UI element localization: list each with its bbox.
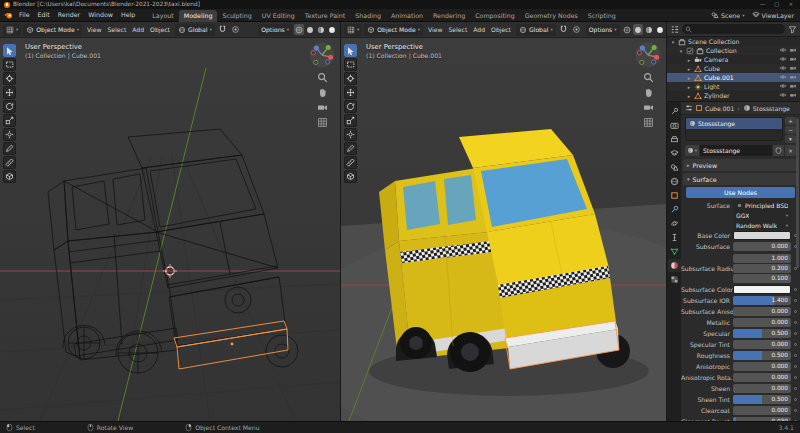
- add-slot-button[interactable]: +: [785, 117, 796, 125]
- menu-edit[interactable]: Edit: [34, 9, 54, 21]
- disable-render-icon[interactable]: [789, 64, 797, 73]
- disable-render-icon[interactable]: [789, 82, 797, 91]
- hide-eye-icon[interactable]: [779, 46, 787, 55]
- decorator-dot[interactable]: [791, 343, 799, 346]
- value-slider[interactable]: 0.500: [733, 329, 791, 338]
- transform-orientation[interactable]: Global▾: [516, 24, 556, 36]
- value-slider[interactable]: 0.000: [733, 384, 791, 393]
- expander-icon[interactable]: ▸: [686, 84, 692, 90]
- shading-rendered-icon[interactable]: [655, 24, 665, 35]
- value-slider[interactable]: 0.000: [733, 362, 791, 371]
- tool-cursor[interactable]: [3, 72, 16, 85]
- decorator-dot[interactable]: [791, 376, 799, 379]
- viewport-menu-view[interactable]: View: [425, 24, 445, 36]
- unlink-material-button[interactable]: ×: [785, 145, 796, 156]
- value-slider[interactable]: 0.500: [733, 351, 791, 360]
- blender-icon[interactable]: [4, 11, 13, 20]
- outliner-editor-icon[interactable]: [670, 25, 679, 34]
- tool-move[interactable]: [3, 86, 16, 99]
- workspace-tab-compositing[interactable]: Compositing: [470, 10, 519, 22]
- viewport-menu-view[interactable]: View: [84, 24, 104, 36]
- camera-view-icon[interactable]: [317, 102, 328, 113]
- properties-editor-icon[interactable]: [685, 104, 693, 112]
- decorator-dot[interactable]: [791, 321, 799, 324]
- decorator-dot[interactable]: [791, 299, 799, 302]
- view-layer-selector[interactable]: ViewLayer: [752, 11, 795, 19]
- menu-window[interactable]: Window: [84, 9, 117, 21]
- value-slider[interactable]: 0.030: [733, 417, 791, 421]
- expander-icon[interactable]: ▸: [686, 57, 692, 63]
- hide-eye-icon[interactable]: [779, 73, 787, 82]
- proportional-edit-icon[interactable]: [230, 24, 241, 35]
- properties-tab-world[interactable]: [668, 175, 681, 188]
- value-slider[interactable]: 1.400: [733, 296, 791, 305]
- material-slot-row[interactable]: Stossstange: [686, 118, 782, 129]
- value-slider[interactable]: 0.000: [733, 318, 791, 327]
- outliner-row-cube-001[interactable]: ▸Cube.001: [667, 73, 800, 82]
- decorator-dot[interactable]: [791, 398, 799, 401]
- scene-selector[interactable]: Scene▾: [711, 11, 745, 19]
- preview-panel-header[interactable]: ▸ Preview: [683, 159, 798, 171]
- number-field[interactable]: 1.000: [733, 254, 791, 263]
- filter-icon[interactable]: [788, 25, 797, 34]
- slot-specials-button[interactable]: ▾: [785, 135, 796, 143]
- properties-tab-data[interactable]: [668, 245, 681, 258]
- properties-tab-texture[interactable]: [668, 273, 681, 286]
- hide-eye-icon[interactable]: [779, 64, 787, 73]
- properties-tab-view-layer[interactable]: [668, 147, 681, 160]
- decorator-dot[interactable]: [791, 420, 799, 421]
- decorator-dot[interactable]: [791, 354, 799, 357]
- outliner-row-collection[interactable]: ▾Collection: [667, 46, 800, 55]
- mode-selector[interactable]: Object Mode▾: [23, 24, 82, 36]
- number-field[interactable]: 0.100: [733, 274, 791, 283]
- tool-rotate[interactable]: [344, 100, 357, 113]
- proportional-edit-icon[interactable]: [571, 24, 582, 35]
- workspace-tab-scripting[interactable]: Scripting: [583, 10, 621, 22]
- shading-wireframe-icon[interactable]: [294, 24, 304, 35]
- outliner-row-cube[interactable]: ▸Cube: [667, 64, 800, 73]
- workspace-tab-modeling[interactable]: Modeling: [179, 10, 218, 22]
- browse-material-button[interactable]: ▾: [685, 145, 699, 156]
- outliner-row-camera[interactable]: ▸Camera: [667, 55, 800, 64]
- viewport-canvas-wireframe[interactable]: User Perspective (1) Collection | Cube.0…: [0, 38, 340, 421]
- tool-add-cube[interactable]: [3, 170, 16, 183]
- viewport-menu-object[interactable]: Object: [488, 24, 514, 36]
- material-slot-list[interactable]: Stossstange: [685, 117, 783, 141]
- expander-icon[interactable]: ▸: [686, 66, 692, 72]
- zoom-icon[interactable]: [317, 72, 328, 83]
- menu-help[interactable]: Help: [117, 9, 139, 21]
- value-slider[interactable]: 0.000: [733, 406, 791, 415]
- value-slider[interactable]: 0.000: [733, 373, 791, 382]
- maximize-button[interactable]: ▢: [774, 0, 779, 9]
- shading-solid-icon[interactable]: [305, 24, 315, 35]
- tool-annotate[interactable]: [3, 142, 16, 155]
- value-slider[interactable]: 0.000: [733, 307, 791, 316]
- options-button[interactable]: Options▾: [586, 24, 620, 36]
- remove-slot-button[interactable]: −: [785, 126, 796, 134]
- navigation-gizmo[interactable]: [309, 42, 335, 68]
- tool-move[interactable]: [344, 86, 357, 99]
- transform-orientation[interactable]: Global▾: [175, 24, 215, 36]
- decorator-dot[interactable]: [791, 365, 799, 368]
- workspace-tab-geometry-nodes[interactable]: Geometry Nodes: [520, 10, 583, 22]
- decorator-dot[interactable]: [791, 288, 799, 291]
- workspace-tab-shading[interactable]: Shading: [350, 10, 386, 22]
- shading-solid-icon[interactable]: [633, 24, 643, 35]
- expander-icon[interactable]: ▾: [678, 48, 684, 54]
- value-slider[interactable]: 0.000: [733, 242, 791, 251]
- distribution-dropdown[interactable]: GGX▾: [733, 210, 791, 220]
- minimize-button[interactable]: —: [760, 0, 766, 9]
- snap-magnet-icon[interactable]: [217, 24, 228, 35]
- decorator-dot[interactable]: [791, 409, 799, 412]
- properties-tab-scene[interactable]: [668, 161, 681, 174]
- snap-magnet-icon[interactable]: [558, 24, 569, 35]
- decorator-dot[interactable]: [791, 387, 799, 390]
- viewport-menu-select[interactable]: Select: [445, 24, 470, 36]
- expander-icon[interactable]: ▸: [686, 93, 692, 99]
- properties-tab-tool[interactable]: [668, 105, 681, 118]
- hide-eye-icon[interactable]: [779, 91, 787, 100]
- outliner-row-light[interactable]: ▸Light: [667, 82, 800, 91]
- menu-file[interactable]: File: [15, 9, 34, 21]
- breadcrumb-object[interactable]: Cube.001: [705, 105, 734, 112]
- outliner-row-scene-collection[interactable]: ▾Scene Collection: [667, 37, 800, 46]
